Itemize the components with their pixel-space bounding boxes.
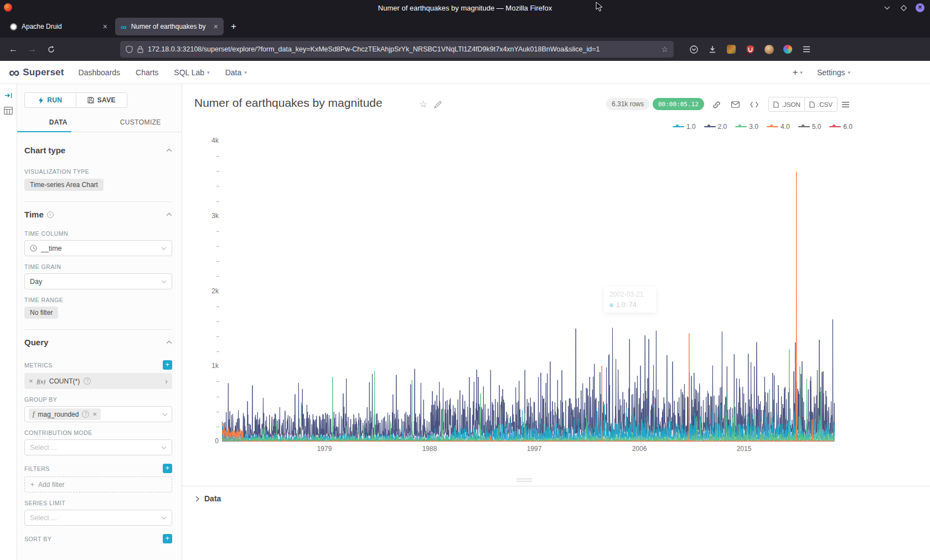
privacy-badger-icon[interactable] (725, 43, 738, 56)
y-axis-minor-tick (216, 201, 219, 202)
downloads-icon[interactable] (706, 43, 719, 56)
y-axis-minor-tick (216, 186, 219, 186)
settings-menu[interactable]: Settings▾ (817, 68, 850, 77)
x-axis-tick: 2006 (632, 445, 647, 453)
tab-close-icon[interactable]: × (214, 22, 218, 31)
email-icon[interactable] (731, 100, 740, 109)
favorite-star-icon[interactable]: ☆ (419, 98, 427, 110)
browser-tab-druid[interactable]: Apache Druid × (4, 18, 113, 35)
x-axis-tick: 1997 (527, 445, 542, 453)
legend-item[interactable]: 5.0 (798, 123, 822, 131)
window-minimize-button[interactable] (882, 3, 891, 12)
add-metric-button[interactable]: + (163, 360, 172, 370)
query-timer-badge: 00:00:05.12 (653, 98, 704, 110)
tab-close-icon[interactable]: × (103, 22, 107, 31)
ublock-icon[interactable] (743, 43, 757, 56)
copy-link-icon[interactable] (712, 100, 721, 109)
x-axis-tick: 1988 (422, 445, 437, 453)
y-axis-tick: 4k (199, 137, 219, 144)
export-json-button[interactable]: .JSON (768, 97, 805, 112)
plus-icon: + (30, 481, 34, 489)
druid-favicon (10, 23, 17, 30)
save-icon (87, 97, 94, 103)
panel-tabs: DATA CUSTOMIZE (17, 115, 182, 132)
legend-item[interactable]: 4.0 (767, 123, 790, 131)
y-axis-minor-tick (216, 171, 219, 172)
chart-menu-icon[interactable] (841, 100, 850, 109)
export-csv-button[interactable]: .CSV (804, 97, 838, 112)
y-axis-minor-tick (216, 156, 219, 157)
nav-item-charts[interactable]: Charts (136, 68, 158, 77)
chevron-right-icon[interactable]: › (165, 377, 168, 386)
y-axis-minor-tick (216, 261, 219, 262)
time-column-select[interactable]: __time (24, 240, 172, 256)
y-axis-minor-tick (216, 322, 219, 322)
metrics-label: METRICS (24, 362, 53, 369)
new-tab-button[interactable]: + (226, 19, 241, 34)
remove-metric-icon[interactable]: × (29, 377, 33, 385)
nav-item-dashboards[interactable]: Dashboards (79, 68, 121, 77)
menu-icon[interactable] (800, 43, 813, 56)
y-axis-tick: 3k (199, 212, 219, 220)
embed-code-icon[interactable] (750, 100, 758, 109)
superset-logo[interactable]: ∞ Superset (9, 67, 64, 78)
url-text[interactable]: 172.18.0.3:32108/superset/explore/?form_… (148, 45, 657, 53)
new-item-button[interactable]: +▾ (792, 67, 802, 78)
viz-type-value[interactable]: Time-series Area Chart (24, 179, 104, 191)
nav-item-data[interactable]: Data▾ (225, 68, 247, 77)
dataset-grid-icon[interactable] (4, 107, 13, 115)
run-button[interactable]: RUN (24, 92, 76, 108)
save-button[interactable]: SAVE (76, 92, 128, 108)
remove-group-by-icon[interactable]: × (92, 410, 97, 418)
timeseries-chart-canvas[interactable] (222, 141, 835, 442)
group-by-value: mag_rounded (38, 411, 79, 418)
browser-tab-superset[interactable]: ∞ Numer of earthquakes by × (115, 18, 224, 35)
legend-item[interactable]: 3.0 (735, 123, 758, 131)
lock-icon[interactable] (137, 46, 143, 53)
extension-icon[interactable] (781, 43, 794, 56)
bookmark-star-icon[interactable]: ☆ (661, 45, 668, 54)
window-close-button[interactable]: × (916, 3, 924, 12)
profile-avatar[interactable] (762, 43, 776, 56)
contribution-mode-select[interactable]: Select ... (24, 439, 172, 455)
superset-brand-name: Superset (23, 67, 64, 78)
url-bar[interactable]: 172.18.0.3:32108/superset/explore/?form_… (120, 41, 674, 58)
reload-button[interactable] (43, 42, 59, 57)
data-panel-toggle[interactable]: Data (195, 494, 930, 503)
legend-item[interactable]: 1.0 (673, 123, 696, 131)
filters-label: FILTERS (24, 465, 50, 472)
chevron-down-icon (161, 446, 167, 449)
time-range-value[interactable]: No filter (24, 307, 58, 319)
question-icon: ? (82, 411, 89, 418)
select-placeholder: Select ... (30, 444, 57, 452)
chevron-up-icon[interactable] (166, 212, 172, 216)
tab-customize[interactable]: CUSTOMIZE (100, 115, 182, 132)
forward-button[interactable]: → (24, 42, 40, 57)
legend-item[interactable]: 2.0 (704, 123, 727, 131)
legend-marker (767, 125, 778, 129)
y-axis-minor-tick (216, 412, 219, 412)
y-axis-minor-tick (216, 427, 219, 427)
chevron-up-icon[interactable] (166, 148, 172, 152)
chevron-up-icon[interactable] (166, 340, 172, 344)
window-maximize-button[interactable] (899, 3, 908, 12)
series-limit-select[interactable]: Select ... (24, 510, 172, 526)
nav-item-sql-lab[interactable]: SQL Lab▾ (174, 68, 209, 77)
legend-item[interactable]: 6.0 (829, 123, 852, 131)
add-sort-by-button[interactable]: + (163, 534, 172, 543)
add-filter-plus-button[interactable]: + (163, 464, 172, 473)
pocket-icon[interactable] (687, 43, 700, 56)
tab-data[interactable]: DATA (17, 115, 100, 132)
tracking-shield-icon[interactable] (126, 45, 133, 53)
collapse-panel-icon[interactable] (4, 92, 13, 99)
group-by-select[interactable]: f mag_rounded ? × (24, 406, 172, 422)
resize-handle[interactable] (516, 479, 532, 483)
time-grain-select[interactable]: Day (24, 273, 172, 289)
add-filter-dropzone[interactable]: + Add filter (24, 476, 172, 492)
x-axis-tick: 1979 (317, 445, 332, 453)
edit-title-icon[interactable] (434, 101, 442, 108)
group-by-pill[interactable]: f mag_rounded ? × (29, 408, 101, 420)
back-button[interactable]: ← (6, 42, 21, 57)
file-icon (809, 101, 815, 108)
metric-pill[interactable]: × f(x) COUNT(*) ? › (24, 373, 172, 389)
